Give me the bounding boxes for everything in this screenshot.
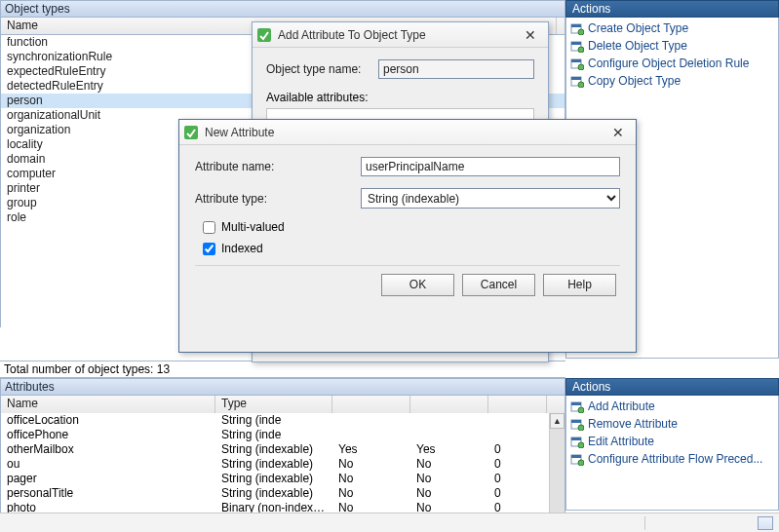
svg-rect-13 (571, 402, 581, 405)
new-attribute-dialog: New Attribute ✕ Attribute name: Attribut… (178, 119, 637, 353)
cell-idx (410, 413, 488, 428)
cell-type: String (indexable) (215, 472, 332, 486)
cell-mv: Yes (332, 442, 410, 457)
attribute-row[interactable]: ouString (indexable)NoNo0 (1, 457, 565, 472)
new-dialog-title: New Attribute (205, 126, 604, 139)
svg-point-8 (578, 64, 584, 70)
svg-rect-10 (571, 77, 581, 80)
action-icon (570, 21, 584, 35)
col-attr-name[interactable]: Name (1, 396, 215, 413)
cell-type: String (indexable) (215, 442, 332, 457)
scroll-track[interactable] (550, 429, 565, 513)
action-label: Add Attribute (588, 398, 655, 415)
action-top-2[interactable]: Configure Object Deletion Rule (568, 55, 776, 72)
cell-name: pager (1, 472, 215, 486)
cell-name: officeLocation (1, 413, 215, 428)
svg-rect-19 (571, 437, 581, 440)
obj-type-name-label: Object type name: (266, 62, 378, 76)
action-label: Edit Attribute (588, 433, 654, 450)
add-dialog-title: Add Attribute To Object Type (278, 28, 517, 42)
col-attr-idx[interactable] (410, 396, 488, 413)
svg-rect-22 (571, 455, 581, 458)
cell-num: 0 (488, 442, 547, 457)
cell-idx: No (410, 472, 488, 486)
action-top-1[interactable]: Delete Object Type (568, 37, 776, 55)
cell-type: String (inde (215, 413, 332, 428)
action-label: Remove Attribute (588, 415, 678, 433)
cell-type: String (indexable) (215, 457, 332, 472)
actions-bot-header: Actions (565, 378, 779, 396)
available-attributes-label: Available attributes: (266, 91, 534, 104)
action-bot-1[interactable]: Remove Attribute (568, 415, 776, 433)
close-icon[interactable]: ✕ (604, 124, 632, 141)
app-icon (256, 27, 272, 43)
status-bar (0, 513, 779, 532)
attr-name-label: Attribute name: (195, 160, 361, 173)
action-icon (570, 57, 584, 70)
col-attr-num[interactable] (488, 396, 547, 413)
cell-mv (332, 428, 410, 442)
attribute-row[interactable]: officePhoneString (inde (1, 428, 565, 442)
new-ok-button[interactable]: OK (381, 274, 454, 296)
action-bot-3[interactable]: Configure Attribute Flow Preced... (568, 450, 776, 468)
app-icon (183, 125, 199, 140)
cell-num: 0 (488, 457, 547, 472)
svg-rect-25 (184, 126, 198, 139)
multi-valued-label: Multi-valued (221, 220, 285, 234)
svg-point-23 (578, 460, 584, 466)
svg-point-11 (578, 82, 584, 88)
cell-name: officePhone (1, 428, 215, 442)
attr-name-field[interactable] (361, 157, 620, 176)
action-label: Copy Object Type (588, 72, 681, 90)
cell-type: String (indexable) (215, 486, 332, 501)
attribute-row[interactable]: personalTitleString (indexable)NoNo0 (1, 486, 565, 501)
cell-name: otherMailbox (1, 442, 215, 457)
new-help-button[interactable]: Help (543, 274, 616, 296)
object-types-header: Object types (0, 0, 565, 18)
svg-point-17 (578, 425, 584, 431)
action-icon (570, 399, 584, 413)
cell-idx: No (410, 486, 488, 501)
object-types-total: Total number of object types: 13 (0, 361, 565, 378)
action-label: Delete Object Type (588, 37, 687, 55)
attributes-scrollbar[interactable]: ▲ ▼ (549, 413, 565, 528)
svg-point-2 (578, 29, 584, 35)
col-attr-type[interactable]: Type (215, 396, 332, 413)
obj-type-name-field (378, 59, 534, 79)
action-icon (570, 39, 584, 53)
attr-type-select[interactable]: String (indexable) (361, 188, 620, 209)
action-icon (570, 74, 584, 88)
scroll-up-icon[interactable]: ▲ (550, 413, 565, 429)
actions-top-header: Actions (565, 0, 779, 18)
close-icon[interactable]: ✕ (517, 26, 544, 44)
svg-point-5 (578, 47, 584, 53)
attribute-row[interactable]: officeLocationString (inde (1, 413, 565, 428)
action-top-0[interactable]: Create Object Type (568, 19, 776, 37)
svg-rect-7 (571, 59, 581, 62)
cell-num: 0 (488, 486, 547, 501)
cell-idx: Yes (410, 442, 488, 457)
svg-rect-1 (571, 24, 581, 27)
status-icon[interactable] (758, 516, 773, 530)
col-attr-mv[interactable] (332, 396, 410, 413)
action-label: Configure Attribute Flow Preced... (588, 450, 762, 468)
cell-mv: No (332, 472, 410, 486)
attribute-row[interactable]: otherMailboxString (indexable)YesYes0 (1, 442, 565, 457)
action-label: Create Object Type (588, 19, 688, 37)
attr-type-label: Attribute type: (195, 192, 361, 206)
attributes-table-header: Name Type (1, 396, 565, 413)
cell-idx (410, 428, 488, 442)
multi-valued-checkbox[interactable] (203, 221, 215, 234)
cell-mv: No (332, 457, 410, 472)
attributes-list[interactable]: officeLocationString (indeofficePhoneStr… (1, 413, 565, 528)
action-top-3[interactable]: Copy Object Type (568, 72, 776, 90)
indexed-checkbox[interactable] (203, 243, 215, 255)
attribute-row[interactable]: pagerString (indexable)NoNo0 (1, 472, 565, 486)
cell-type: String (inde (215, 428, 332, 442)
cell-mv (332, 413, 410, 428)
action-bot-0[interactable]: Add Attribute (568, 398, 776, 415)
cell-num: 0 (488, 472, 547, 486)
action-bot-2[interactable]: Edit Attribute (568, 433, 776, 450)
new-cancel-button[interactable]: Cancel (462, 274, 535, 296)
svg-point-20 (578, 442, 584, 448)
